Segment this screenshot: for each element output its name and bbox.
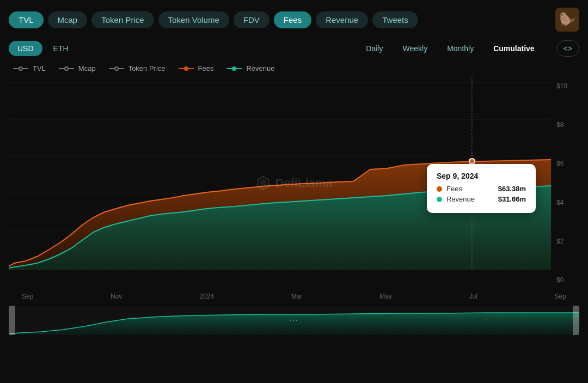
x-axis-labels: Sep Nov 2024 Mar May Jul Sep	[9, 289, 579, 303]
time-cumulative[interactable]: Cumulative	[485, 41, 543, 56]
tooltip: Sep 9, 2024 Fees $63.38m Revenue $31.66m	[427, 164, 536, 213]
legend-tvl: TVL	[13, 64, 46, 72]
currency-usd[interactable]: USD	[9, 41, 42, 56]
legend-mcap-line	[59, 68, 74, 69]
tooltip-revenue-row: Revenue $31.66m	[437, 195, 526, 203]
legend-token-price-label: Token Price	[128, 64, 166, 72]
x-label-sep-prev: Sep	[22, 293, 33, 300]
metric-tabs: TVL Mcap Token Price Token Volume FDV Fe…	[9, 11, 418, 28]
x-label-jul: Jul	[469, 293, 477, 300]
tab-tvl[interactable]: TVL	[9, 11, 44, 28]
range-handle-right[interactable]	[573, 306, 579, 335]
range-dots: ···	[290, 317, 298, 324]
tooltip-revenue-dot	[437, 197, 442, 202]
tooltip-fees-dot	[437, 186, 442, 192]
tab-mcap[interactable]: Mcap	[48, 11, 88, 28]
legend-mcap-label: Mcap	[78, 64, 96, 72]
tooltip-fees-label: Fees	[446, 185, 494, 193]
avatar[interactable]: 🦫	[555, 8, 579, 32]
chart-area: $10 $8 $6 $4 $2 $0 DefiLlama Sep 9, 2024…	[9, 77, 579, 289]
tooltip-revenue-label: Revenue	[446, 195, 494, 203]
legend-token-price: Token Price	[109, 64, 166, 72]
legend-fees-label: Fees	[198, 64, 214, 72]
x-label-mar: Mar	[291, 293, 303, 300]
top-bar: TVL Mcap Token Price Token Volume FDV Fe…	[0, 0, 588, 37]
range-handle-left[interactable]	[9, 306, 15, 335]
legend-tvl-line	[13, 68, 28, 69]
tooltip-date: Sep 9, 2024	[437, 172, 526, 180]
tooltip-fees-row: Fees $63.38m	[437, 185, 526, 193]
range-selector[interactable]: ···	[9, 306, 579, 335]
legend-fees-line	[179, 68, 194, 69]
tooltip-revenue-value: $31.66m	[498, 195, 526, 203]
second-bar: USD ETH Daily Weekly Monthly Cumulative …	[0, 37, 588, 60]
tab-tweets[interactable]: Tweets	[372, 11, 418, 28]
tab-token-price[interactable]: Token Price	[91, 11, 154, 28]
legend-mcap: Mcap	[59, 64, 96, 72]
legend-bar: TVL Mcap Token Price Fees Revenue	[0, 60, 588, 77]
tab-token-volume[interactable]: Token Volume	[158, 11, 229, 28]
time-monthly[interactable]: Monthly	[438, 41, 482, 56]
x-label-sep-curr: Sep	[555, 293, 566, 300]
tab-revenue[interactable]: Revenue	[316, 11, 368, 28]
legend-tvl-label: TVL	[33, 64, 46, 72]
tab-fdv[interactable]: FDV	[234, 11, 270, 28]
legend-token-price-line	[109, 68, 124, 69]
x-label-may: May	[379, 293, 392, 300]
x-label-2024: 2024	[199, 293, 214, 300]
embed-button[interactable]: <>	[556, 40, 579, 57]
currency-eth[interactable]: ETH	[45, 41, 77, 56]
fees-tooltip-dot	[469, 159, 475, 164]
tab-fees[interactable]: Fees	[274, 11, 311, 28]
tooltip-fees-value: $63.38m	[498, 185, 526, 193]
legend-revenue-label: Revenue	[246, 64, 274, 72]
x-label-nov: Nov	[111, 293, 122, 300]
legend-revenue: Revenue	[226, 64, 274, 72]
currency-group: USD ETH	[9, 41, 77, 56]
legend-fees: Fees	[179, 64, 214, 72]
time-daily[interactable]: Daily	[357, 41, 391, 56]
time-weekly[interactable]: Weekly	[394, 41, 436, 56]
legend-revenue-line	[226, 68, 242, 69]
time-group: Daily Weekly Monthly Cumulative	[357, 41, 543, 56]
